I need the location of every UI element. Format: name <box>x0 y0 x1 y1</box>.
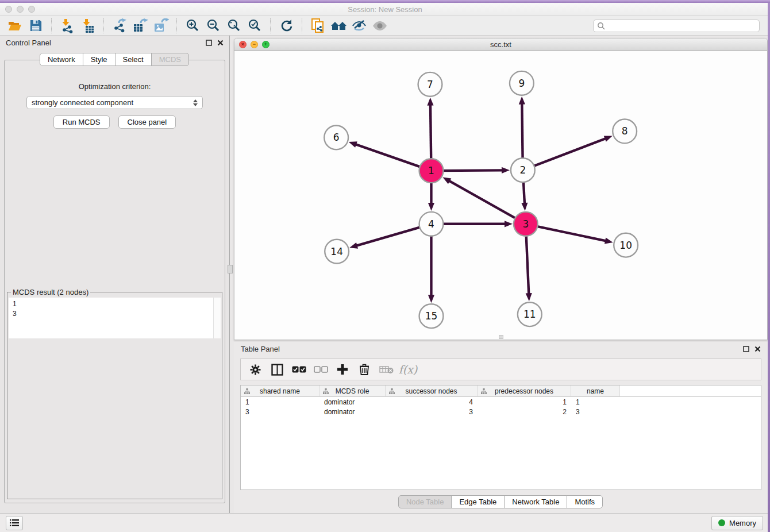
zoom-out-button[interactable] <box>204 18 222 34</box>
unselect-all-columns-button[interactable] <box>310 366 332 373</box>
close-window-button[interactable] <box>5 6 12 13</box>
cell-MCDS-role: dominator <box>319 407 386 417</box>
toolbar-separator <box>51 18 52 33</box>
function-builder-button[interactable]: f(x) <box>397 363 419 376</box>
table-row[interactable]: 3dominator323 <box>241 407 761 417</box>
node-label-1: 1 <box>428 165 434 176</box>
zoom-fit-button[interactable] <box>225 18 243 34</box>
network-canvas[interactable]: 1234678910111415 <box>234 51 767 340</box>
zoom-window-button[interactable] <box>28 6 35 13</box>
export-image-button[interactable] <box>152 18 170 34</box>
network-window-title: scc.txt <box>234 40 767 49</box>
tab-select[interactable]: Select <box>115 53 152 66</box>
column-header-successor-nodes[interactable]: successor nodes <box>386 385 478 397</box>
network-zoom-button[interactable]: + <box>262 41 270 48</box>
search-input[interactable] <box>607 22 756 30</box>
cell-MCDS-role: dominator <box>319 397 386 407</box>
criterion-select[interactable]: strongly connected component <box>26 96 203 109</box>
mcds-result-text[interactable]: 1 3 <box>9 298 221 338</box>
tab-edge-table[interactable]: Edge Table <box>451 495 505 508</box>
window-title: Session: New Session <box>0 5 770 14</box>
toolbar-separator <box>103 18 104 33</box>
zoom-in-button[interactable] <box>183 18 202 34</box>
memory-status-icon <box>718 519 725 526</box>
export-table-button[interactable] <box>131 18 149 34</box>
arrowhead-4-15 <box>428 295 434 303</box>
unchecked-boxes-icon <box>314 366 328 373</box>
eye-icon <box>372 20 388 32</box>
trash-icon <box>359 364 369 375</box>
houses-icon <box>330 19 347 33</box>
table-header-row: shared nameMCDS rolesuccessor nodesprede… <box>241 385 761 397</box>
node-table[interactable]: shared nameMCDS rolesuccessor nodesprede… <box>240 385 761 490</box>
search-icon <box>597 22 605 30</box>
network-window-titlebar[interactable]: × − + scc.txt <box>234 38 767 51</box>
right-column: × − + scc.txt 1234678910111415 Table Pan… <box>230 36 770 513</box>
window-controls <box>5 6 35 13</box>
tab-node-table[interactable]: Node Table <box>398 495 452 508</box>
import-table-button[interactable] <box>79 18 97 34</box>
open-folder-icon <box>7 19 22 33</box>
hide-graphics-details-button[interactable] <box>350 18 368 34</box>
table-options-button[interactable] <box>244 364 266 375</box>
column-header-MCDS-role[interactable]: MCDS role <box>319 385 386 397</box>
column-type-icon <box>323 388 329 394</box>
column-header-shared-name[interactable]: shared name <box>241 385 319 397</box>
arrowhead-3-11 <box>526 293 532 301</box>
tab-network[interactable]: Network <box>40 53 83 66</box>
save-session-button[interactable] <box>26 18 45 34</box>
mcds-result-legend: MCDS result (2 nodes) <box>11 288 90 296</box>
tab-style[interactable]: Style <box>83 53 116 66</box>
show-all-networks-button[interactable] <box>329 18 348 34</box>
network-close-button[interactable]: × <box>239 41 247 48</box>
arrowhead-1-2 <box>502 167 510 174</box>
delete-column-button[interactable] <box>353 364 375 375</box>
panel-divider-grip[interactable] <box>228 265 233 273</box>
column-header-name[interactable]: name <box>571 385 620 397</box>
tab-mcds[interactable]: MCDS <box>151 53 189 66</box>
run-mcds-button[interactable]: Run MCDS <box>53 115 110 129</box>
refresh-layout-button[interactable] <box>277 18 295 34</box>
add-column-button[interactable] <box>332 364 353 375</box>
close-panel-button[interactable]: Close panel <box>118 115 176 129</box>
duplicate-network-button[interactable] <box>309 18 327 34</box>
open-session-button[interactable] <box>6 18 24 34</box>
edge-2-8[interactable] <box>523 138 607 171</box>
delete-table-button[interactable] <box>375 365 397 374</box>
duplicate-network-icon <box>310 18 325 33</box>
export-network-button[interactable] <box>110 18 129 34</box>
result-scrollbar[interactable] <box>213 298 221 338</box>
canvas-resize-grip[interactable] <box>499 335 503 339</box>
gear-icon <box>250 364 261 375</box>
arrowhead-1-4 <box>428 203 434 211</box>
column-header-predecessor-nodes[interactable]: predecessor nodes <box>478 385 571 397</box>
import-network-button[interactable] <box>58 18 76 34</box>
arrowhead-1-7 <box>427 98 433 106</box>
zoom-selected-button[interactable] <box>245 18 264 34</box>
table-panel-title: Table Panel <box>241 345 280 353</box>
show-graphics-details-button[interactable] <box>371 18 389 34</box>
task-history-button[interactable] <box>6 516 23 530</box>
import-network-icon <box>60 18 75 33</box>
network-minimize-button[interactable]: − <box>251 41 258 48</box>
search-box[interactable] <box>593 20 760 32</box>
table-row[interactable]: 1dominator411 <box>241 397 761 407</box>
close-panel-icon[interactable] <box>754 346 761 352</box>
network-graph[interactable]: 1234678910111415 <box>234 51 767 340</box>
memory-button[interactable]: Memory <box>711 516 763 530</box>
show-columns-button[interactable] <box>266 364 288 376</box>
node-label-2: 2 <box>519 164 526 176</box>
zoom-out-icon <box>206 18 221 33</box>
arrowhead-3-1 <box>442 177 451 184</box>
tab-motifs[interactable]: Motifs <box>567 495 603 508</box>
float-panel-icon[interactable] <box>206 40 212 46</box>
minimize-window-button[interactable] <box>17 6 24 13</box>
close-panel-icon[interactable] <box>217 40 224 46</box>
table-toolbar: f(x) <box>240 358 761 380</box>
float-panel-icon[interactable] <box>743 346 749 352</box>
desktop-edge-top <box>0 0 770 3</box>
columns-icon <box>271 364 283 376</box>
edge-3-1[interactable] <box>448 180 526 224</box>
tab-network-table[interactable]: Network Table <box>504 495 567 508</box>
select-all-columns-button[interactable] <box>288 366 310 373</box>
